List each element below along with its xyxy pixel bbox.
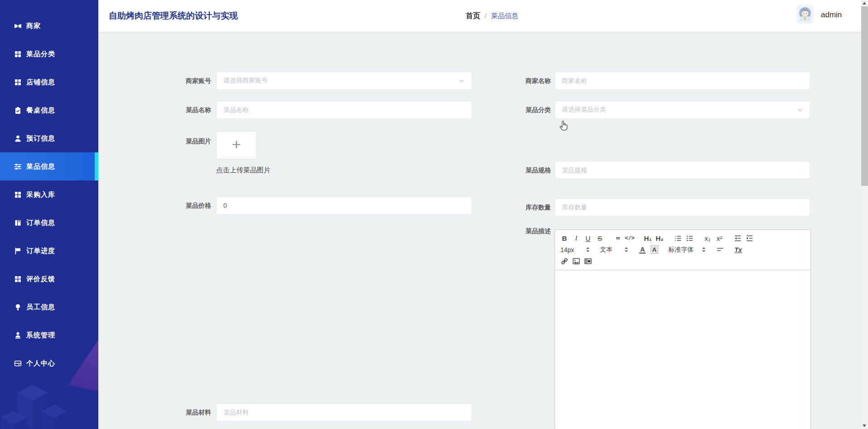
sidebar-item-label: 餐桌信息 [26, 106, 55, 115]
breadcrumb-separator: / [485, 12, 487, 20]
header2-button[interactable]: H₂ [654, 233, 665, 244]
sidebar-item-label: 菜品信息 [26, 162, 55, 171]
user-name[interactable]: admin [821, 0, 842, 32]
app-window: 商家 菜品分类 店铺信息 餐桌信息 预订信息 菜品信息 [0, 0, 868, 429]
dish-category-label: 菜品分类 [492, 105, 551, 114]
dish-desc-editor: B I U S ” </> H₁ H₂ [555, 229, 811, 429]
dish-image-label: 菜品图片 [152, 136, 211, 146]
grid-icon [14, 191, 22, 199]
merchant-account-placeholder: 请选择商家账号 [223, 77, 458, 85]
video-icon[interactable] [582, 255, 594, 267]
sidebar-item-label: 订单进度 [26, 247, 55, 255]
grid-icon [14, 50, 22, 58]
dish-spec-input[interactable] [562, 166, 803, 174]
sidebar-item-feedback[interactable]: 评价反馈 [0, 265, 98, 293]
user-badge-icon [14, 332, 22, 339]
editor-toolbar: B I U S ” </> H₁ H₂ [555, 230, 810, 270]
dish-image-upload[interactable]: + [216, 131, 257, 159]
underline-button[interactable]: U [582, 233, 594, 244]
sidebar-item-dish-category[interactable]: 菜品分类 [0, 40, 98, 68]
avatar[interactable] [796, 5, 814, 24]
sidebar-item-label: 商家 [26, 22, 41, 30]
scrollbar-thumb[interactable] [861, 6, 868, 186]
sidebar-item-dish-info[interactable]: 菜品信息 [0, 152, 98, 180]
chevron-down-icon [458, 78, 465, 84]
bulb-icon [14, 303, 22, 311]
subscript-button[interactable]: x₂ [702, 233, 714, 244]
outdent-button[interactable] [732, 233, 743, 244]
merchant-name-label: 商家名称 [492, 76, 551, 85]
code-button[interactable]: </> [624, 233, 636, 244]
dish-category-select[interactable]: 请选择菜品分类 [555, 101, 810, 119]
stock-qty-label: 库存数量 [492, 203, 551, 212]
sidebar-item-label: 预订信息 [26, 134, 55, 143]
sidebar-item-label: 个人中心 [26, 359, 55, 368]
link-icon[interactable] [559, 255, 570, 267]
dish-material-field[interactable] [216, 403, 472, 421]
dish-price-field[interactable] [216, 196, 472, 214]
vertical-scrollbar[interactable] [861, 0, 868, 429]
sidebar-item-label: 评价反馈 [26, 275, 55, 283]
sidebar-item-order-progress[interactable]: 订单进度 [0, 237, 98, 265]
sidebar: 商家 菜品分类 店铺信息 餐桌信息 预订信息 菜品信息 [0, 0, 98, 429]
sidebar-item-order-info[interactable]: 订单信息 [0, 209, 98, 237]
clear-format-button[interactable]: Tx [734, 246, 742, 253]
sidebar-item-reservation-info[interactable]: 预订信息 [0, 124, 98, 152]
dish-name-input[interactable] [223, 106, 465, 113]
clipboard-check-icon [14, 107, 22, 114]
header1-button[interactable]: H₁ [642, 233, 654, 244]
superscript-button[interactable]: x² [714, 233, 725, 244]
font-size-picker[interactable]: 14px [559, 244, 592, 255]
merchant-account-label: 商家账号 [152, 76, 211, 85]
breadcrumb-home-link[interactable]: 首页 [466, 11, 480, 21]
sidebar-item-label: 员工信息 [26, 303, 55, 312]
page-title: 自助烤肉店管理系统的设计与实现 [109, 0, 238, 32]
sidebar-item-personal-center[interactable]: 个人中心 [0, 349, 98, 377]
sidebar-item-system-management[interactable]: 系统管理 [0, 321, 98, 349]
stock-qty-field[interactable] [555, 198, 810, 216]
breadcrumb: 首页 / 菜品信息 [466, 0, 518, 32]
bullet-list-button[interactable] [684, 233, 695, 244]
sidebar-item-label: 菜品分类 [26, 50, 55, 58]
merchant-account-select[interactable]: 请选择商家账号 [216, 72, 472, 90]
dish-spec-field[interactable] [555, 161, 810, 179]
font-family-picker[interactable]: 标准字体 [666, 244, 708, 255]
dish-desc-label: 菜品描述 [492, 226, 551, 235]
sidebar-item-label: 系统管理 [26, 331, 55, 340]
sidebar-item-table-info[interactable]: 餐桌信息 [0, 96, 98, 124]
italic-button[interactable]: I [570, 233, 582, 244]
ordered-list-button[interactable] [672, 233, 684, 244]
indent-button[interactable] [743, 233, 755, 244]
dish-material-label: 菜品材料 [152, 408, 211, 417]
chevron-down-icon [797, 107, 803, 113]
sidebar-item-merchant[interactable]: 商家 [0, 12, 98, 40]
header-style-picker[interactable]: 文本 [598, 244, 630, 255]
scrollbar-down-arrow[interactable] [863, 424, 866, 427]
strikethrough-button[interactable]: S [594, 233, 606, 244]
bold-button[interactable]: B [559, 233, 570, 244]
wallet-icon [14, 360, 22, 367]
sidebar-item-label: 订单信息 [26, 219, 55, 227]
image-icon[interactable] [570, 255, 582, 267]
merchant-name-field[interactable] [555, 72, 810, 90]
sidebar-item-purchase-inbound[interactable]: 采购入库 [0, 180, 98, 209]
dish-price-input[interactable] [223, 202, 465, 209]
stock-qty-input[interactable] [562, 204, 803, 211]
sidebar-item-employee-info[interactable]: 员工信息 [0, 293, 98, 321]
sidebar-item-store-info[interactable]: 店铺信息 [0, 68, 98, 96]
dish-name-label: 菜品名称 [152, 105, 211, 114]
dish-category-placeholder: 请选择菜品分类 [562, 106, 797, 114]
text-color-button[interactable]: A [639, 246, 646, 253]
align-button[interactable] [714, 244, 726, 255]
dish-price-label: 菜品价格 [152, 201, 211, 210]
merchant-name-input[interactable] [562, 77, 803, 84]
scrollbar-up-arrow[interactable] [863, 2, 866, 5]
dish-name-field[interactable] [216, 101, 472, 119]
breadcrumb-current-link[interactable]: 菜品信息 [491, 12, 518, 20]
shop-icon [14, 22, 22, 30]
bg-color-button[interactable]: A [651, 245, 658, 254]
editor-content-area[interactable] [555, 270, 810, 427]
dish-material-input[interactable] [223, 409, 465, 416]
blockquote-button[interactable]: ” [612, 233, 624, 244]
sidebar-item-label: 采购入库 [26, 190, 55, 199]
